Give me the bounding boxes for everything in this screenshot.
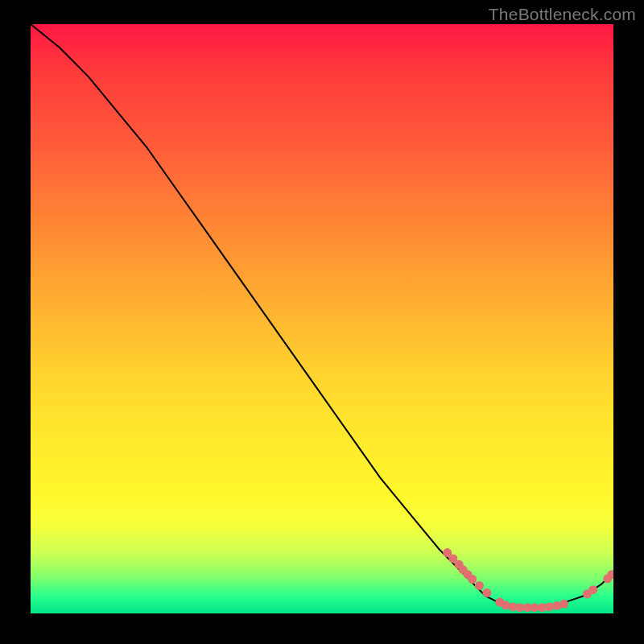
chart-frame: TheBottleneck.com [0,0,644,644]
data-marker [475,581,484,590]
plot-area [31,24,613,613]
data-marker [545,602,554,611]
data-marker [588,585,597,594]
watermark-text: TheBottleneck.com [489,5,636,24]
bottleneck-curve-path [31,24,613,608]
data-marker [559,600,568,609]
marker-group [443,548,613,612]
chart-svg [31,24,613,613]
data-marker [468,575,477,584]
data-marker [502,601,510,609]
data-marker [482,588,491,597]
data-marker [516,603,525,612]
data-marker [530,603,539,612]
